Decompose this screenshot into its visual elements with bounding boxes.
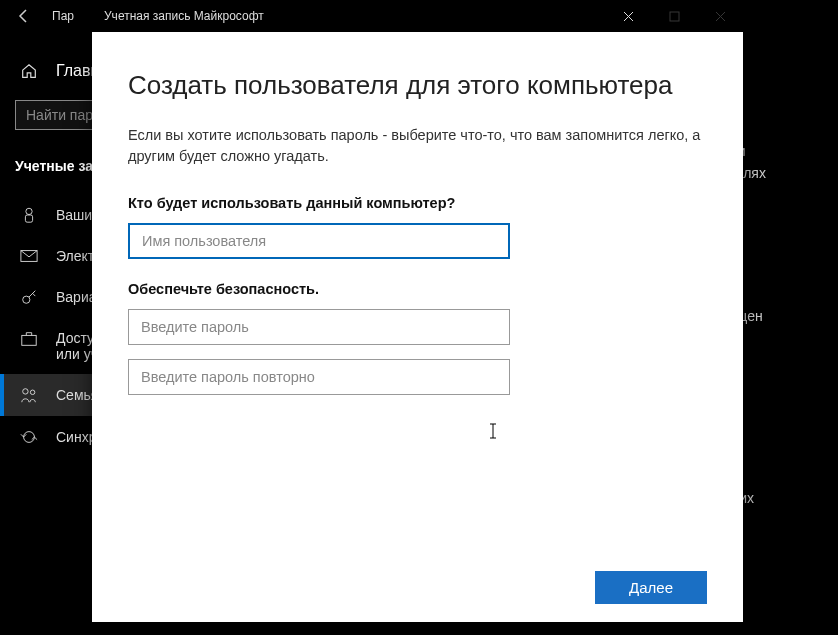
account-dialog: Учетная запись Майкрософт Создать пользо…	[92, 0, 743, 622]
dialog-title-bar: Учетная запись Майкрософт	[92, 0, 743, 32]
outer-close-button[interactable]	[697, 0, 743, 32]
maximize-button[interactable]	[651, 0, 697, 32]
dialog-intro: Если вы хотите использовать пароль - выб…	[128, 125, 707, 167]
svg-point-5	[23, 389, 28, 394]
person-icon	[20, 206, 38, 224]
work-icon	[20, 330, 38, 348]
next-button[interactable]: Далее	[595, 571, 707, 604]
close-button[interactable]	[605, 0, 651, 32]
svg-point-3	[23, 296, 30, 303]
family-icon	[20, 386, 38, 404]
back-button[interactable]	[0, 0, 48, 32]
dialog-body: Создать пользователя для этого компьютер…	[92, 32, 743, 622]
mail-icon	[20, 249, 38, 263]
dialog-footer: Далее	[595, 571, 707, 604]
password-confirm-input[interactable]	[128, 359, 510, 395]
username-input[interactable]	[128, 223, 510, 259]
question-who: Кто будет использовать данный компьютер?	[128, 195, 707, 211]
question-security: Обеспечьте безопасность.	[128, 281, 707, 297]
svg-point-6	[30, 390, 34, 395]
password-input[interactable]	[128, 309, 510, 345]
home-icon	[20, 62, 38, 80]
sync-icon	[20, 428, 38, 446]
dialog-title: Учетная запись Майкрософт	[104, 9, 264, 23]
window-controls	[605, 0, 743, 32]
svg-rect-7	[670, 12, 679, 21]
key-icon	[20, 288, 38, 306]
dialog-heading: Создать пользователя для этого компьютер…	[128, 70, 707, 101]
outer-window-title: Пар	[48, 9, 74, 23]
svg-rect-4	[22, 335, 36, 345]
text-cursor-icon	[487, 422, 499, 440]
svg-rect-1	[25, 215, 32, 222]
svg-point-0	[26, 208, 32, 214]
